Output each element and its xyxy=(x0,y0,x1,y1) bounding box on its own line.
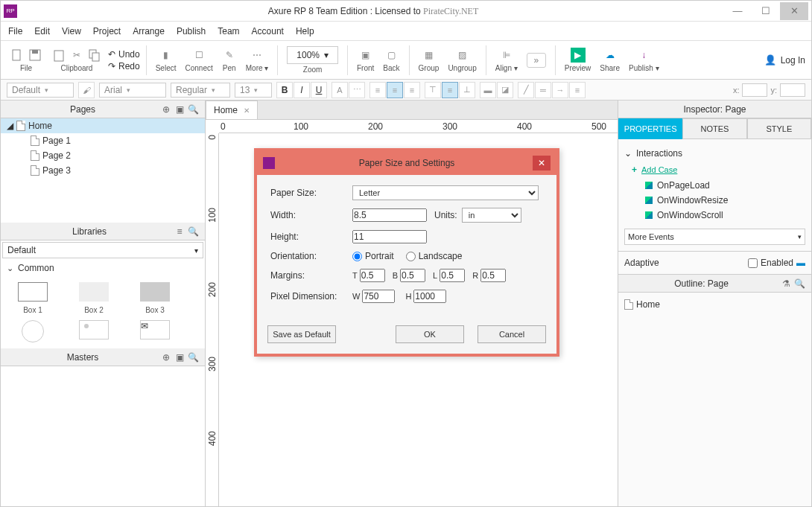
menu-edit[interactable]: Edit xyxy=(34,26,50,36)
lib-section-common[interactable]: ⌄ Common xyxy=(1,260,205,276)
align-left-button[interactable]: ≡ xyxy=(369,82,386,98)
shape-box1[interactable]: Box 1 xyxy=(7,282,59,314)
menu-publish[interactable]: Publish xyxy=(177,26,206,36)
new-file-icon[interactable] xyxy=(10,48,25,63)
back-icon[interactable]: ▢ xyxy=(384,48,399,63)
publish-icon[interactable]: ↓ xyxy=(636,48,651,63)
cancel-button[interactable]: Cancel xyxy=(478,325,546,343)
menu-project[interactable]: Project xyxy=(93,26,121,36)
margin-bottom-input[interactable] xyxy=(400,269,425,282)
style-paint-icon[interactable]: 🖌 xyxy=(78,82,95,98)
master-folder-icon[interactable]: ▣ xyxy=(174,351,185,363)
zoom-combo[interactable]: 100% ▾ xyxy=(287,46,338,64)
shape-box3[interactable]: Box 3 xyxy=(129,282,181,314)
fill-button[interactable]: ▬ xyxy=(480,82,496,98)
page-home[interactable]: ◢ Home xyxy=(1,118,205,133)
enabled-checkbox[interactable] xyxy=(748,258,758,268)
arrow-button[interactable]: → xyxy=(552,82,568,98)
copy-icon[interactable] xyxy=(87,48,102,63)
x-input[interactable] xyxy=(742,83,767,97)
login-button[interactable]: 👤 Log In xyxy=(764,54,805,66)
tab-notes[interactable]: NOTES xyxy=(682,118,746,139)
tab-properties[interactable]: PROPERTIES xyxy=(618,118,682,139)
align-icon[interactable]: ⊫ xyxy=(499,48,514,63)
landscape-radio[interactable]: Landscape xyxy=(406,251,463,261)
preview-icon[interactable]: ▶ xyxy=(571,48,586,63)
add-master-icon[interactable]: ⊕ xyxy=(160,351,172,363)
valign-top-button[interactable]: ⊤ xyxy=(425,82,441,98)
pen-icon[interactable]: ✎ xyxy=(222,48,237,63)
valign-mid-button[interactable]: ≡ xyxy=(442,82,458,98)
event-onwindowscroll[interactable]: OnWindowScroll xyxy=(624,208,805,223)
event-onpageload[interactable]: OnPageLoad xyxy=(624,178,805,193)
save-default-button[interactable]: Save as Default xyxy=(267,325,336,343)
search-icon[interactable]: 🔍 xyxy=(187,103,199,115)
align-right-button[interactable]: ≡ xyxy=(404,82,420,98)
width-input[interactable] xyxy=(352,208,427,222)
style-combo[interactable]: Default xyxy=(7,83,74,98)
height-input[interactable] xyxy=(352,230,427,243)
group-icon[interactable]: ▦ xyxy=(421,48,436,63)
valign-bot-button[interactable]: ⊥ xyxy=(459,82,475,98)
pixel-height-input[interactable] xyxy=(413,290,446,303)
margin-top-input[interactable] xyxy=(360,269,385,282)
ok-button[interactable]: OK xyxy=(396,325,464,343)
portrait-radio[interactable]: Portrait xyxy=(352,251,394,261)
ungroup-icon[interactable]: ▨ xyxy=(455,48,470,63)
library-select[interactable]: Default xyxy=(2,242,203,258)
select-icon[interactable]: ▮ xyxy=(159,48,174,63)
shape-ellipse[interactable] xyxy=(7,320,59,342)
more-icon[interactable]: ⋯ xyxy=(250,48,264,63)
front-icon[interactable]: ▣ xyxy=(358,48,373,63)
undo-button[interactable]: ↶ Undo xyxy=(108,49,140,60)
menu-help[interactable]: Help xyxy=(296,26,314,36)
event-onwindowresize[interactable]: OnWindowResize xyxy=(624,193,805,208)
outline-search-icon[interactable]: 🔍 xyxy=(793,278,805,290)
more-events-combo[interactable]: More Events xyxy=(624,229,805,245)
weight-combo[interactable]: Regular xyxy=(171,83,230,98)
paper-size-select[interactable]: Letter xyxy=(352,185,539,200)
maximize-button[interactable]: ☐ xyxy=(752,2,780,20)
units-select[interactable]: in xyxy=(462,208,521,223)
outline-filter-icon[interactable]: ⚗ xyxy=(780,278,792,290)
master-search-icon[interactable]: 🔍 xyxy=(187,351,199,363)
text-color-button[interactable]: A xyxy=(332,82,348,98)
menu-arrange[interactable]: Arrange xyxy=(133,26,165,36)
tab-close-icon[interactable]: ✕ xyxy=(244,106,250,115)
redo-button[interactable]: ↷ Redo xyxy=(108,61,140,71)
margin-right-input[interactable] xyxy=(480,269,506,282)
save-icon[interactable] xyxy=(28,48,42,63)
more-text-button[interactable]: ⋯ xyxy=(349,82,365,98)
page-2[interactable]: Page 2 xyxy=(1,148,205,163)
shape-box2[interactable]: Box 2 xyxy=(68,282,120,314)
page-1[interactable]: Page 1 xyxy=(1,133,205,148)
share-icon[interactable]: ☁ xyxy=(603,48,618,63)
shape-mail[interactable]: ✉ xyxy=(129,320,181,342)
connect-icon[interactable]: ☐ xyxy=(191,48,206,63)
line-button[interactable]: ╱ xyxy=(518,82,534,98)
underline-button[interactable]: U xyxy=(311,82,327,98)
add-case-button[interactable]: + Add Case xyxy=(624,162,805,178)
menu-view[interactable]: View xyxy=(62,26,81,36)
tab-style[interactable]: STYLE xyxy=(747,118,811,139)
outline-item-home[interactable]: Home xyxy=(624,297,805,312)
size-combo[interactable]: 13 xyxy=(235,83,272,98)
canvas-tab-home[interactable]: Home✕ xyxy=(206,101,258,119)
menu-team[interactable]: Team xyxy=(218,26,239,36)
add-page-icon[interactable]: ⊕ xyxy=(160,103,172,115)
cut-icon[interactable]: ✂ xyxy=(69,48,84,63)
menu-account[interactable]: Account xyxy=(252,26,284,36)
lib-menu-icon[interactable]: ≡ xyxy=(174,226,185,237)
page-3[interactable]: Page 3 xyxy=(1,163,205,178)
italic-button[interactable]: I xyxy=(294,82,310,98)
pixel-width-input[interactable] xyxy=(362,290,395,303)
line-width-button[interactable]: ≡ xyxy=(569,82,586,98)
dialog-close-button[interactable]: ✕ xyxy=(533,156,551,170)
add-folder-icon[interactable]: ▣ xyxy=(174,103,185,115)
overflow-button[interactable]: » xyxy=(527,53,546,68)
lib-search-icon[interactable]: 🔍 xyxy=(187,226,199,237)
close-button[interactable]: ✕ xyxy=(780,2,808,20)
line-style-button[interactable]: ═ xyxy=(535,82,551,98)
align-center-button[interactable]: ≡ xyxy=(387,82,403,98)
font-combo[interactable]: Arial xyxy=(99,83,166,98)
